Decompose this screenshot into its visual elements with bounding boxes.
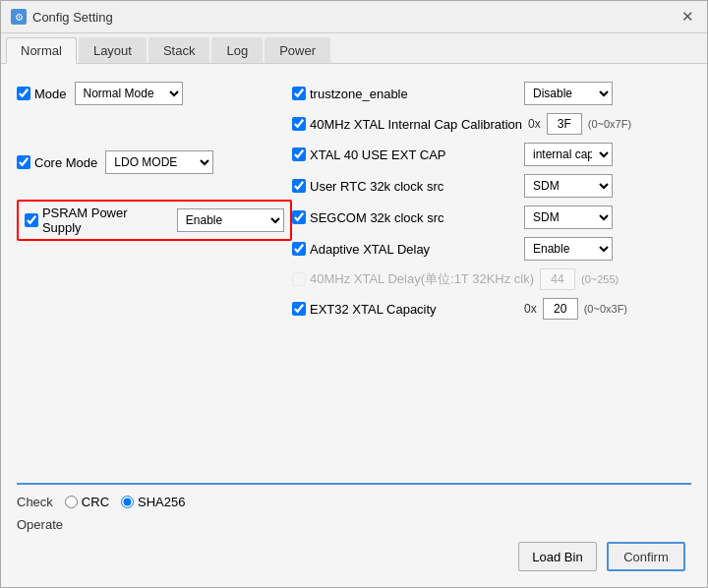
crc-radio[interactable] bbox=[65, 496, 78, 508]
rtc-clk-label[interactable]: User RTC 32k clock src bbox=[292, 179, 518, 194]
xtal-cap-row: 40MHz XTAL Internal Cap Calibration 0x (… bbox=[292, 113, 691, 135]
segcom-clk-label[interactable]: SEGCOM 32k clock src bbox=[292, 210, 518, 225]
ext32-xtal-checkbox[interactable] bbox=[292, 302, 306, 316]
title-bar-left: ⚙ Config Setting bbox=[11, 9, 113, 25]
psram-checkbox[interactable] bbox=[25, 213, 38, 227]
confirm-button[interactable]: Confirm bbox=[607, 542, 685, 571]
segcom-clk-checkbox[interactable] bbox=[292, 210, 306, 224]
xtal-ext-row: XTAL 40 USE EXT CAP internal cap externa… bbox=[292, 143, 691, 166]
xtal-cap-hex-prefix: 0x bbox=[528, 117, 541, 131]
sha256-label: SHA256 bbox=[138, 495, 185, 509]
ext32-hex-prefix: 0x bbox=[524, 302, 537, 316]
bottom-section: Check CRC SHA256 Operate Load Bin Confir… bbox=[17, 483, 691, 575]
xtal-ext-label[interactable]: XTAL 40 USE EXT CAP bbox=[292, 147, 518, 162]
core-mode-checkbox-label[interactable]: Core Mode bbox=[17, 155, 97, 170]
segcom-clk-select[interactable]: SDM XTAL RC bbox=[524, 206, 613, 229]
xtal-delay-hex-input[interactable] bbox=[540, 268, 575, 290]
trustzone-label[interactable]: trustzone_enable bbox=[292, 87, 518, 101]
check-label: Check bbox=[17, 495, 53, 509]
ext32-xtal-row: EXT32 XTAL Capacity 0x (0~0x3F) bbox=[292, 298, 691, 320]
trustzone-select[interactable]: Disable Enable bbox=[524, 82, 613, 105]
core-mode-label: Core Mode bbox=[34, 155, 97, 170]
xtal-ext-checkbox[interactable] bbox=[292, 147, 306, 161]
sha256-radio-label[interactable]: SHA256 bbox=[121, 495, 185, 509]
mode-row: Mode Normal Mode Fast Mode bbox=[17, 82, 292, 105]
operate-label: Operate bbox=[17, 517, 63, 532]
segcom-clk-row: SEGCOM 32k clock src SDM XTAL RC bbox=[292, 206, 691, 229]
mode-select[interactable]: Normal Mode Fast Mode bbox=[75, 82, 183, 105]
tab-normal[interactable]: Normal bbox=[6, 37, 77, 64]
config-icon: ⚙ bbox=[11, 9, 27, 25]
xtal-delay-row: 40MHz XTAL Delay(单位:1T 32KHz clk) (0~255… bbox=[292, 268, 691, 290]
tab-power[interactable]: Power bbox=[265, 37, 330, 63]
rtc-clk-checkbox[interactable] bbox=[292, 179, 306, 193]
xtal-cap-checkbox[interactable] bbox=[292, 117, 306, 131]
trustzone-row: trustzone_enable Disable Enable bbox=[292, 82, 691, 105]
psram-label: PSRAM Power Supply bbox=[42, 206, 169, 235]
ext32-range: (0~0x3F) bbox=[584, 303, 627, 315]
xtal-delay-label[interactable]: 40MHz XTAL Delay(单位:1T 32KHz clk) bbox=[292, 270, 534, 288]
crc-label: CRC bbox=[82, 495, 109, 509]
xtal-cap-range: (0~0x7F) bbox=[588, 118, 631, 130]
xtal-cap-hex-input[interactable] bbox=[547, 113, 582, 135]
rtc-clk-select[interactable]: SDM XTAL RC bbox=[524, 174, 613, 198]
mode-checkbox[interactable] bbox=[17, 87, 30, 100]
crc-radio-label[interactable]: CRC bbox=[65, 495, 109, 509]
adaptive-xtal-row: Adaptive XTAL Delay Enable Disable bbox=[292, 237, 691, 261]
window-title: Config Setting bbox=[32, 10, 113, 25]
sha256-radio[interactable] bbox=[121, 496, 134, 508]
ext32-xtal-label[interactable]: EXT32 XTAL Capacity bbox=[292, 302, 518, 317]
ext32-xtal-hex-input[interactable] bbox=[543, 298, 578, 320]
adaptive-xtal-select[interactable]: Enable Disable bbox=[524, 237, 613, 261]
psram-row: PSRAM Power Supply Enable Disable bbox=[17, 200, 292, 241]
psram-checkbox-label[interactable]: PSRAM Power Supply bbox=[25, 206, 169, 235]
core-mode-select[interactable]: LDO MODE Buck MODE bbox=[105, 150, 213, 174]
rtc-clk-row: User RTC 32k clock src SDM XTAL RC bbox=[292, 174, 691, 198]
operate-row: Operate bbox=[17, 513, 691, 534]
adaptive-xtal-checkbox[interactable] bbox=[292, 242, 306, 256]
adaptive-xtal-label[interactable]: Adaptive XTAL Delay bbox=[292, 242, 518, 257]
trustzone-checkbox[interactable] bbox=[292, 87, 306, 100]
xtal-cap-label[interactable]: 40MHz XTAL Internal Cap Calibration bbox=[292, 117, 522, 132]
title-bar: ⚙ Config Setting ✕ bbox=[1, 1, 707, 33]
button-row: Load Bin Confirm bbox=[17, 534, 691, 575]
tab-stack[interactable]: Stack bbox=[148, 37, 210, 63]
mode-checkbox-label[interactable]: Mode bbox=[17, 87, 67, 101]
main-window: ⚙ Config Setting ✕ Normal Layout Stack L… bbox=[0, 0, 708, 588]
tab-layout[interactable]: Layout bbox=[79, 37, 147, 63]
content-area: Mode Normal Mode Fast Mode Core Mode LDO… bbox=[1, 64, 707, 587]
close-button[interactable]: ✕ bbox=[678, 7, 697, 27]
core-mode-row: Core Mode LDO MODE Buck MODE bbox=[17, 150, 292, 174]
main-area: Mode Normal Mode Fast Mode Core Mode LDO… bbox=[17, 76, 691, 483]
core-mode-checkbox[interactable] bbox=[17, 155, 30, 169]
right-panel: trustzone_enable Disable Enable 40MHz XT… bbox=[292, 76, 691, 483]
tab-bar: Normal Layout Stack Log Power bbox=[1, 33, 707, 64]
check-row: Check CRC SHA256 bbox=[17, 491, 691, 513]
xtal-delay-checkbox[interactable] bbox=[292, 272, 306, 286]
tab-log[interactable]: Log bbox=[211, 37, 263, 63]
xtal-delay-range: (0~255) bbox=[581, 273, 619, 285]
mode-label: Mode bbox=[34, 87, 67, 101]
xtal-ext-select[interactable]: internal cap external cap bbox=[524, 143, 613, 166]
left-panel: Mode Normal Mode Fast Mode Core Mode LDO… bbox=[17, 76, 292, 483]
psram-select[interactable]: Enable Disable bbox=[177, 208, 284, 232]
load-bin-button[interactable]: Load Bin bbox=[518, 542, 597, 571]
